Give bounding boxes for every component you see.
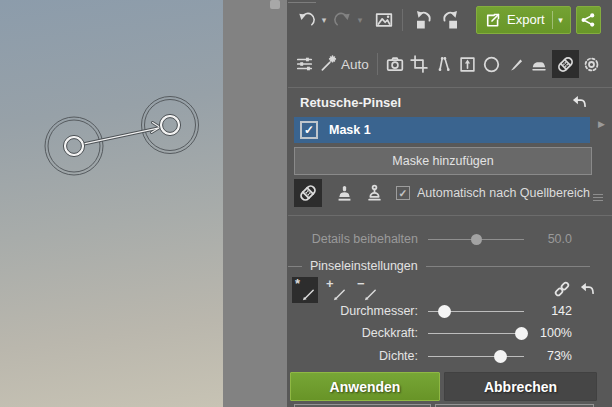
details-slider-row: Details beibehalten 50.0 (288, 228, 578, 252)
diameter-label: Durchmesser: (288, 304, 418, 318)
top-toolbar: ▾ ▾ Export ▾ (295, 5, 601, 35)
slider-track[interactable] (428, 333, 524, 334)
clone-stamp-icon[interactable] (330, 179, 358, 207)
share-button[interactable] (576, 6, 601, 34)
density-value: 73% (534, 349, 572, 363)
redo-dropdown-caret: ▾ (355, 7, 365, 33)
details-slider-value: 50.0 (534, 232, 572, 246)
export-icon (484, 12, 501, 29)
subsection-line (288, 266, 302, 267)
diameter-value: 142 (534, 304, 572, 318)
brush-mod-glyph: * (295, 276, 300, 291)
magic-wand-icon (319, 55, 337, 73)
mask-label: Mask 1 (329, 123, 371, 137)
workspace-gap (223, 0, 287, 407)
density-slider[interactable] (428, 345, 524, 369)
undo-brush-settings-icon[interactable] (577, 276, 597, 302)
density-slider-row: Dichte: 73% (288, 345, 578, 369)
density-label: Dichte: (288, 349, 418, 363)
retouch-bandaid-tab-icon[interactable] (552, 50, 579, 78)
tool-tabs: Auto (293, 47, 603, 81)
image-preview-icon[interactable] (373, 7, 395, 33)
panel-header: Retusche-Pinsel (288, 87, 612, 117)
export-dropdown-caret[interactable]: ▾ (556, 7, 566, 33)
brush-settings-label: Pinseleinstellungen (310, 259, 418, 273)
top-divider-fragment (288, 2, 316, 3)
scrollbar-thumb[interactable] (270, 0, 280, 9)
straighten-lines-icon[interactable] (432, 50, 455, 78)
opacity-slider-row: Deckkraft: 100% (288, 322, 578, 346)
redo-icon (331, 7, 353, 33)
details-slider (428, 228, 524, 252)
add-mask-button[interactable]: Maske hinzufügen (294, 147, 592, 175)
resize-grip-icon[interactable] (593, 194, 603, 203)
auto-enhance-button[interactable]: Auto (317, 50, 371, 78)
rotate-left-icon[interactable] (410, 7, 436, 33)
diameter-slider[interactable] (428, 300, 524, 324)
slider-thumb (471, 234, 482, 245)
opacity-slider[interactable] (428, 322, 524, 346)
page-title: Retusche-Pinsel (300, 95, 401, 110)
slider-track[interactable] (428, 356, 524, 357)
slider-thumb[interactable] (438, 305, 451, 318)
mask-checkbox[interactable]: ✓ (300, 121, 318, 139)
bandaid-mode-icon[interactable] (294, 179, 322, 207)
cancel-button[interactable]: Abbrechen (444, 372, 597, 401)
auto-source-label: Automatisch nach Quellbereich suchen (417, 186, 592, 200)
place-text-icon[interactable] (456, 50, 479, 78)
section-divider (288, 215, 612, 216)
undo-icon[interactable] (295, 7, 317, 33)
retouch-mode-row: ✓ Automatisch nach Quellbereich suchen (294, 178, 592, 208)
gear-icon[interactable] (580, 50, 603, 78)
clone-source-arrow (84, 123, 160, 144)
opacity-label: Deckkraft: (288, 326, 418, 340)
smoothing-iron-icon[interactable] (528, 50, 551, 78)
toolbar-separator (402, 9, 403, 31)
rotate-right-icon[interactable] (438, 7, 464, 33)
crop-icon[interactable] (408, 50, 431, 78)
camera-develop-icon[interactable] (384, 50, 407, 78)
tabs-separator (377, 53, 378, 75)
slider-thumb[interactable] (515, 327, 528, 340)
rubber-stamp-icon[interactable] (360, 179, 388, 207)
details-slider-label: Details beibehalten (288, 232, 418, 246)
undo-dropdown-caret[interactable]: ▾ (319, 7, 329, 33)
app-window: ▾ ▾ Export ▾ (0, 0, 612, 407)
retouch-overlay (0, 0, 223, 407)
vignette-circle-icon[interactable] (480, 50, 503, 78)
mask-list-item[interactable]: ✓ Mask 1 (294, 117, 590, 143)
adjustments-sliders-icon[interactable] (293, 50, 316, 78)
brush-settings-section: Pinseleinstellungen (288, 258, 590, 274)
subsection-line (426, 266, 590, 267)
link-icon[interactable] (552, 276, 572, 302)
panel-collapse-arrow-icon[interactable]: ▶ (598, 119, 605, 129)
reset-arrow-icon[interactable] (570, 93, 588, 111)
export-button-separator (552, 11, 553, 29)
slider-thumb[interactable] (494, 350, 507, 363)
diameter-slider-row: Durchmesser: 142 (288, 300, 578, 324)
image-canvas[interactable] (0, 0, 223, 407)
paintbrush-icon[interactable] (504, 50, 527, 78)
apply-button[interactable]: Anwenden (290, 372, 440, 401)
opacity-value: 100% (534, 326, 572, 340)
share-icon (580, 12, 596, 28)
export-button[interactable]: Export ▾ (476, 6, 571, 34)
auto-label: Auto (341, 57, 369, 72)
export-label: Export (507, 12, 545, 27)
right-panel: ▾ ▾ Export ▾ (287, 0, 612, 407)
auto-source-checkbox[interactable]: ✓ (396, 186, 410, 200)
